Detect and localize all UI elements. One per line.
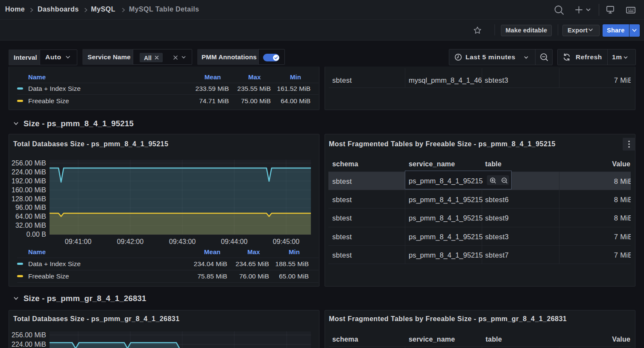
svg-text:09:45:00: 09:45:00 [273, 238, 299, 245]
svg-text:224.00 MiB: 224.00 MiB [12, 341, 46, 348]
svg-text:96.00 MiB: 96.00 MiB [15, 204, 46, 211]
svg-text:160.00 MiB: 160.00 MiB [12, 186, 46, 194]
svg-text:128.00 MiB: 128.00 MiB [12, 195, 46, 203]
svg-text:09:42:00: 09:42:00 [117, 238, 143, 245]
svg-text:0.00 B: 0.00 B [26, 231, 46, 238]
svg-text:256.00 MiB: 256.00 MiB [12, 160, 46, 167]
svg-text:256.00 MiB: 256.00 MiB [12, 331, 46, 339]
svg-text:09:43:00: 09:43:00 [169, 238, 196, 245]
svg-text:64.00 MiB: 64.00 MiB [15, 213, 46, 220]
svg-text:224.00 MiB: 224.00 MiB [12, 168, 46, 176]
svg-text:09:44:00: 09:44:00 [221, 238, 247, 245]
svg-text:09:41:00: 09:41:00 [65, 238, 91, 245]
svg-text:192.00 MiB: 192.00 MiB [12, 177, 46, 185]
svg-text:32.00 MiB: 32.00 MiB [15, 222, 46, 229]
